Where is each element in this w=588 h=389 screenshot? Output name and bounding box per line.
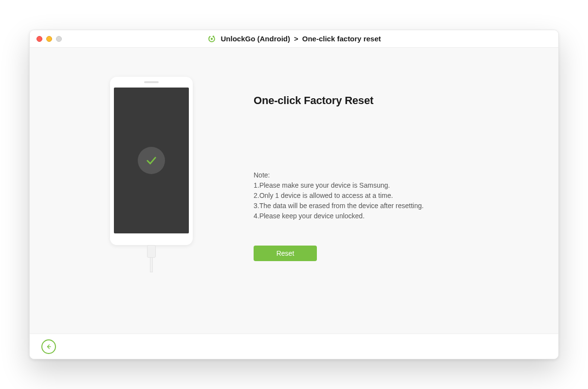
- main-content: One-click Factory Reset Note: 1.Please m…: [30, 48, 558, 334]
- check-icon: [145, 154, 158, 167]
- window-title: UnlockGo (Android) > One-click factory r…: [207, 34, 381, 44]
- close-window-button[interactable]: [37, 36, 42, 42]
- device-illustration-column: [88, 77, 215, 314]
- phone-cable: [146, 245, 157, 272]
- note-block: Note: 1.Please make sure your device is …: [254, 170, 539, 221]
- checkmark-badge: [138, 147, 165, 174]
- title-separator: >: [294, 35, 298, 43]
- svg-point-2: [211, 37, 213, 39]
- note-line-2: 2.Only 1 device is allowed to access at …: [254, 191, 539, 201]
- title-app-name: UnlockGo (Android): [220, 35, 290, 43]
- note-line-1: 1.Please make sure your device is Samsun…: [254, 180, 539, 191]
- app-window: UnlockGo (Android) > One-click factory r…: [29, 30, 559, 359]
- minimize-window-button[interactable]: [46, 36, 52, 42]
- cable-wire: [150, 258, 153, 272]
- page-heading: One-click Factory Reset: [254, 94, 539, 107]
- info-column: One-click Factory Reset Note: 1.Please m…: [215, 77, 539, 314]
- arrow-left-icon: [45, 343, 53, 351]
- window-controls: [37, 36, 62, 42]
- phone-screen: [114, 88, 189, 233]
- titlebar: UnlockGo (Android) > One-click factory r…: [30, 30, 558, 48]
- svg-point-1: [213, 35, 215, 37]
- title-section: One-click factory reset: [302, 35, 381, 43]
- note-line-4: 4.Please keep your device unlocked.: [254, 211, 539, 221]
- back-button[interactable]: [41, 339, 56, 354]
- cable-plug: [147, 245, 156, 258]
- note-label: Note:: [254, 170, 539, 180]
- note-line-3: 3.The data will be erased from the devic…: [254, 201, 539, 211]
- footer-bar: [30, 334, 558, 359]
- phone-illustration: [110, 77, 193, 245]
- phone-speaker: [144, 81, 159, 83]
- maximize-window-button[interactable]: [56, 36, 62, 42]
- reset-button[interactable]: Reset: [254, 246, 317, 261]
- app-logo-icon: [207, 34, 217, 44]
